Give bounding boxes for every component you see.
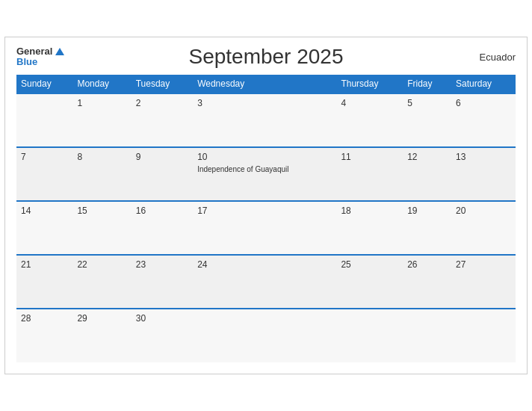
logo-blue-text: Blue — [16, 57, 37, 67]
calendar-week-row: 123456 — [16, 93, 516, 147]
day-number: 5 — [407, 98, 447, 108]
col-saturday: Saturday — [451, 75, 516, 93]
calendar-week-row: 78910Independence of Guayaquil111213 — [16, 147, 516, 201]
day-number: 14 — [21, 206, 68, 216]
calendar-cell — [16, 93, 72, 147]
calendar-title: September 2025 — [188, 45, 343, 69]
calendar-header: General Blue September 2025 Ecuador — [16, 45, 516, 69]
calendar-cell: 2 — [132, 93, 193, 147]
logo-triangle-icon — [55, 48, 64, 55]
col-friday: Friday — [403, 75, 451, 93]
calendar-cell: 12 — [403, 147, 451, 201]
calendar-cell: 20 — [451, 201, 516, 255]
col-tuesday: Tuesday — [132, 75, 193, 93]
day-number: 13 — [456, 152, 511, 162]
day-number: 24 — [197, 259, 332, 270]
logo: General Blue — [16, 46, 64, 68]
calendar-cell: 3 — [193, 93, 336, 147]
day-number: 25 — [341, 259, 398, 270]
calendar-cell: 22 — [72, 255, 131, 309]
day-number: 1 — [77, 98, 126, 108]
col-monday: Monday — [72, 75, 131, 93]
calendar-cell: 15 — [72, 201, 131, 255]
day-number: 12 — [407, 152, 447, 162]
day-number: 4 — [341, 98, 398, 108]
calendar-cell: 13 — [451, 147, 516, 201]
day-number: 11 — [341, 152, 398, 162]
event-label: Independence of Guayaquil — [197, 165, 288, 173]
calendar-cell: 18 — [336, 201, 403, 255]
calendar-cell: 5 — [403, 93, 451, 147]
calendar-body: 12345678910Independence of Guayaquil1112… — [16, 93, 516, 362]
calendar-cell: 11 — [336, 147, 403, 201]
calendar-cell: 27 — [451, 255, 516, 309]
calendar-cell: 16 — [132, 201, 193, 255]
calendar-container: General Blue September 2025 Ecuador Sund… — [4, 37, 528, 374]
calendar-cell: 25 — [336, 255, 403, 309]
calendar-table: Sunday Monday Tuesday Wednesday Thursday… — [16, 75, 516, 362]
day-number: 23 — [136, 259, 188, 270]
calendar-cell: 23 — [132, 255, 193, 309]
day-number: 29 — [77, 313, 126, 324]
day-number: 19 — [407, 206, 447, 216]
calendar-cell: 21 — [16, 255, 72, 309]
day-number: 15 — [77, 206, 126, 216]
calendar-cell: 10Independence of Guayaquil — [193, 147, 336, 201]
calendar-cell: 19 — [403, 201, 451, 255]
day-number: 27 — [456, 259, 511, 270]
calendar-week-row: 14151617181920 — [16, 201, 516, 255]
calendar-cell: 8 — [72, 147, 131, 201]
calendar-cell — [451, 309, 516, 362]
col-wednesday: Wednesday — [193, 75, 336, 93]
calendar-header-row: Sunday Monday Tuesday Wednesday Thursday… — [16, 75, 516, 93]
country-label: Ecuador — [480, 52, 516, 63]
calendar-cell: 24 — [193, 255, 336, 309]
day-number: 30 — [136, 313, 188, 324]
day-number: 20 — [456, 206, 511, 216]
day-number: 3 — [197, 98, 332, 108]
day-number: 6 — [456, 98, 511, 108]
calendar-cell: 6 — [451, 93, 516, 147]
calendar-cell: 4 — [336, 93, 403, 147]
calendar-cell: 30 — [132, 309, 193, 362]
day-number: 16 — [136, 206, 188, 216]
calendar-week-row: 21222324252627 — [16, 255, 516, 309]
calendar-week-row: 282930 — [16, 309, 516, 362]
calendar-cell: 9 — [132, 147, 193, 201]
day-number: 9 — [136, 152, 188, 162]
calendar-cell: 17 — [193, 201, 336, 255]
day-number: 28 — [21, 313, 68, 324]
calendar-cell: 28 — [16, 309, 72, 362]
day-number: 18 — [341, 206, 398, 216]
col-sunday: Sunday — [16, 75, 72, 93]
day-number: 26 — [407, 259, 447, 270]
calendar-cell — [403, 309, 451, 362]
day-number: 17 — [197, 206, 332, 216]
day-number: 8 — [77, 152, 126, 162]
day-number: 7 — [21, 152, 68, 162]
calendar-cell: 7 — [16, 147, 72, 201]
calendar-cell: 1 — [72, 93, 131, 147]
day-number: 22 — [77, 259, 126, 270]
day-number: 10 — [197, 152, 332, 162]
calendar-cell — [193, 309, 336, 362]
day-number: 21 — [21, 259, 68, 270]
calendar-cell: 14 — [16, 201, 72, 255]
day-number: 2 — [136, 98, 188, 108]
calendar-cell: 29 — [72, 309, 131, 362]
calendar-cell — [336, 309, 403, 362]
col-thursday: Thursday — [336, 75, 403, 93]
logo-general-text: General — [16, 46, 52, 57]
calendar-cell: 26 — [403, 255, 451, 309]
